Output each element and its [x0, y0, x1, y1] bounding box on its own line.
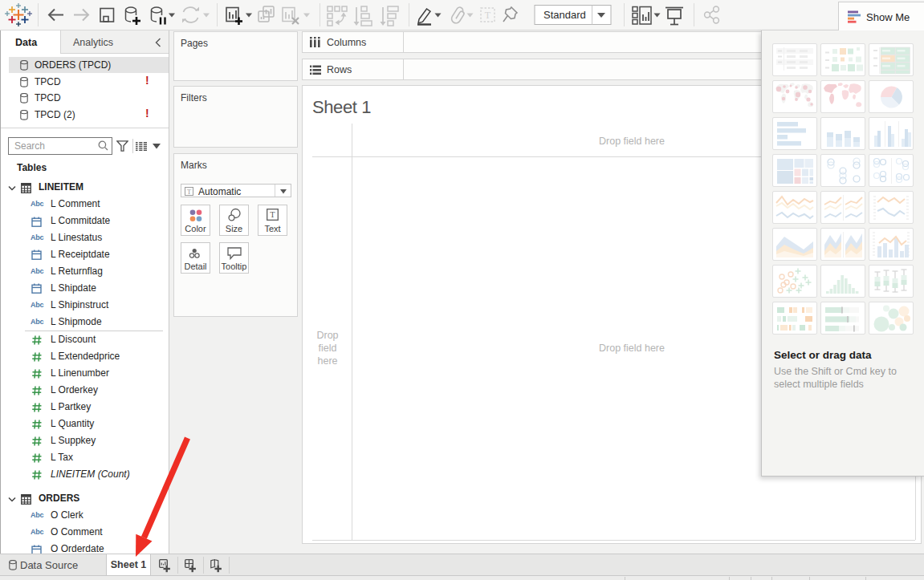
svg-text:T: T — [485, 10, 491, 21]
svg-text:T: T — [270, 210, 275, 219]
svg-text:Standard: Standard — [543, 9, 586, 21]
svg-text:T: T — [187, 187, 192, 195]
